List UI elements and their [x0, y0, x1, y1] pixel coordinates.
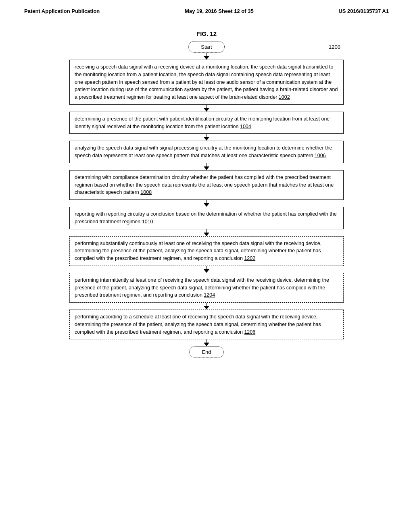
step-num-1010: 1010 [142, 219, 153, 224]
figure-ref-number: 1200 [329, 44, 340, 50]
page-header: Patent Application Publication May 19, 2… [24, 8, 389, 14]
connector-start [69, 53, 344, 60]
connector-2 [69, 134, 344, 141]
step-num-1008: 1008 [140, 189, 152, 195]
connector-6 [69, 266, 344, 273]
patent-number: US 2016/0135737 A1 [338, 8, 389, 14]
step-1004-box: determining a presence of the patient wi… [69, 112, 344, 134]
step-1206-text: performing according to a schedule at le… [75, 314, 321, 335]
step-1008-text: determining with compliance determinatio… [75, 175, 334, 195]
step-1206-box: performing according to a schedule at le… [69, 310, 344, 339]
step-num-1204: 1204 [204, 292, 215, 298]
step-num-1006: 1006 [315, 153, 326, 158]
connector-7 [69, 303, 344, 310]
sheet-info: May 19, 2016 Sheet 12 of 35 [185, 8, 254, 14]
connector-4 [69, 200, 344, 207]
step-1202-box: performing substantially continuously at… [69, 236, 344, 266]
page: Patent Application Publication May 19, 2… [0, 0, 413, 532]
step-1006-text: analyzing the speech data signal with si… [75, 145, 332, 158]
step-1204-box: performing intermittently at least one o… [69, 273, 344, 303]
step-num-1002: 1002 [279, 94, 290, 100]
figure-title: FIG. 12 [196, 30, 217, 37]
end-shape: End [189, 346, 223, 358]
step-1004-text: determining a presence of the patient wi… [75, 116, 330, 129]
step-1008-box: determining with compliance determinatio… [69, 170, 344, 200]
publication-label: Patent Application Publication [24, 8, 100, 14]
step-num-1004: 1004 [240, 124, 251, 129]
step-1010-text: reporting with reporting circuitry a con… [75, 211, 337, 224]
flowchart: FIG. 12 Start 1200 receiving a speech da… [24, 30, 389, 358]
step-1204-text: performing intermittently at least one o… [75, 277, 329, 298]
step-1002-box: receiving a speech data signal with a re… [69, 60, 344, 105]
step-1006-box: analyzing the speech data signal with si… [69, 141, 344, 163]
step-1010-box: reporting with reporting circuitry a con… [69, 207, 344, 229]
step-num-1202: 1202 [244, 256, 255, 261]
connector-5 [69, 229, 344, 236]
start-shape: Start [188, 41, 224, 53]
connector-3 [69, 163, 344, 170]
step-1202-text: performing substantially continuously at… [75, 241, 321, 262]
step-num-1206: 1206 [244, 329, 255, 335]
step-1002-text: receiving a speech data signal with a re… [75, 64, 338, 100]
start-row: Start 1200 [24, 41, 389, 53]
connector-1 [69, 105, 344, 112]
connector-end [69, 339, 344, 346]
